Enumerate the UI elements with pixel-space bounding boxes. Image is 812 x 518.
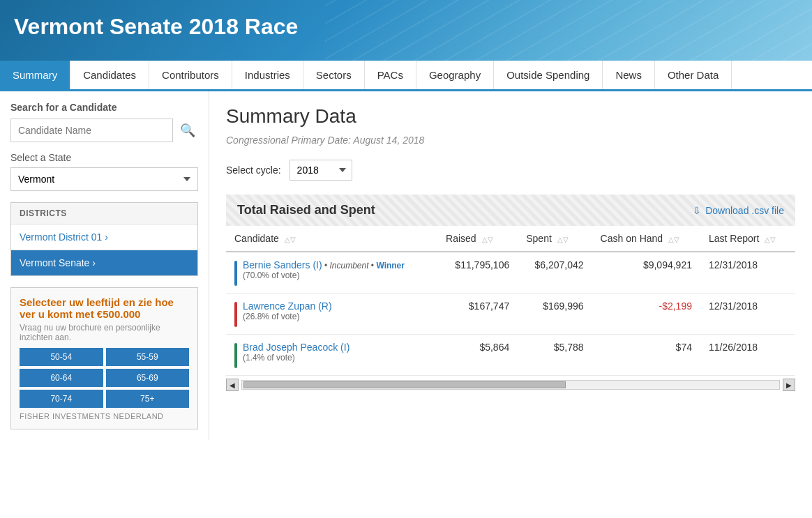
table-row: Bernie Sanders (I) • Incumbent • Winner(… [226,252,795,294]
candidate-cell-1: Lawrence Zupan (R)(26.8% of vote) [226,294,437,335]
horizontal-scrollbar[interactable]: ◀ ▶ [226,376,795,394]
raised-cell-2: $5,864 [437,335,518,376]
nav-outside-spending[interactable]: Outside Spending [494,61,603,89]
ad-footer: Fisher Investments Nederland [20,412,189,420]
download-label: Download .csv file [705,205,784,216]
nav-pacs[interactable]: PACs [365,61,416,89]
cash-cell-1: -$2,199 [592,294,700,335]
nav-other-data[interactable]: Other Data [655,61,732,89]
sort-candidate-icon: △▽ [285,236,296,243]
scroll-track[interactable] [241,380,780,390]
sort-raised-icon: △▽ [482,236,493,243]
last-report-cell-1: 12/31/2018 [700,294,795,335]
party-bar [234,343,237,368]
ad-subtitle: Vraag nu uw brochure en persoonlijke inz… [20,323,189,342]
nav-candidates[interactable]: Candidates [70,61,149,89]
table-header: Candidate △▽ Raised △▽ Spent △▽ Cash o [226,226,795,252]
candidate-badges-0: • Incumbent • Winner [322,261,405,271]
search-icon: 🔍 [180,123,195,137]
col-candidate[interactable]: Candidate △▽ [226,226,437,252]
col-raised[interactable]: Raised △▽ [437,226,518,252]
state-label: Select a State [10,152,198,163]
download-csv-link[interactable]: ⇩ Download .csv file [693,205,784,216]
nav-sectors[interactable]: Sectors [303,61,365,89]
download-icon: ⇩ [693,205,701,216]
page-header: Vermont Senate 2018 Race [0,0,812,61]
party-bar [234,261,237,286]
vote-pct-2: (1.4% of vote) [243,353,349,363]
col-spent[interactable]: Spent △▽ [518,226,592,252]
col-last-report[interactable]: Last Report △▽ [700,226,795,252]
table-header-row: Total Raised and Spent ⇩ Download .csv f… [226,195,795,226]
cycle-select[interactable]: 2018 [290,160,352,181]
nav-news[interactable]: News [603,61,655,89]
sort-spent-icon: △▽ [557,236,569,243]
last-report-cell-0: 12/31/2018 [700,252,795,294]
vote-pct-1: (26.8% of vote) [243,312,332,321]
last-report-cell-2: 11/26/2018 [700,335,795,376]
nav-contributors[interactable]: Contributors [149,61,232,89]
candidate-link-0[interactable]: Bernie Sanders (I) [243,259,322,271]
state-select[interactable]: Vermont [10,167,198,191]
primary-date: Congressional Primary Date: August 14, 2… [226,135,795,146]
cash-cell-0: $9,094,921 [592,252,700,294]
districts-header: DISTRICTS [11,203,197,224]
col-cash[interactable]: Cash on Hand △▽ [592,226,700,252]
search-input[interactable] [10,119,173,142]
nav-summary[interactable]: Summary [0,61,70,89]
sort-last-report-icon: △▽ [765,236,776,243]
candidate-cell-0: Bernie Sanders (I) • Incumbent • Winner(… [226,252,437,294]
scroll-left-arrow[interactable]: ◀ [226,379,239,391]
spent-cell-1: $169,996 [518,294,592,335]
raised-cell-0: $11,795,106 [437,252,518,294]
winner-badge: Winner [376,261,405,271]
ad-btn-75plus[interactable]: 75+ [106,390,190,408]
cash-cell-2: $74 [592,335,700,376]
candidate-cell-2: Brad Joseph Peacock (I)(1.4% of vote) [226,335,437,376]
district-item-senate[interactable]: Vermont Senate › [11,250,197,275]
cycle-row: Select cycle: 2018 [226,160,795,181]
raised-cell-1: $167,747 [437,294,518,335]
sort-cash-icon: △▽ [668,236,679,243]
search-button[interactable]: 🔍 [177,120,198,141]
spent-cell-0: $6,207,042 [518,252,592,294]
district-item-01[interactable]: Vermont District 01 › [11,224,197,250]
spent-cell-2: $5,788 [518,335,592,376]
ad-buttons-grid: 50-54 55-59 60-64 65-69 70-74 75+ [20,348,189,408]
ad-btn-55-59[interactable]: 55-59 [106,348,190,366]
ad-btn-65-69[interactable]: 65-69 [106,369,190,387]
nav-industries[interactable]: Industries [232,61,303,89]
advertisement: Selecteer uw leeftijd en zie hoe ver u k… [10,287,198,429]
scroll-thumb[interactable] [243,381,566,388]
candidate-link-2[interactable]: Brad Joseph Peacock (I) [243,342,349,353]
ad-title: Selecteer uw leeftijd en zie hoe ver u k… [20,296,189,320]
candidate-link-1[interactable]: Lawrence Zupan (R) [243,300,332,312]
main-nav: Summary Candidates Contributors Industri… [0,61,812,91]
sidebar: Search for a Candidate 🔍 Select a State … [0,91,209,440]
districts-section: DISTRICTS Vermont District 01 › Vermont … [10,202,198,276]
party-bar [234,302,237,327]
summary-table: Candidate △▽ Raised △▽ Spent △▽ Cash o [226,226,795,376]
content-title: Summary Data [226,105,795,128]
nav-geography[interactable]: Geography [416,61,494,89]
ad-btn-60-64[interactable]: 60-64 [20,369,103,387]
table-section-title: Total Raised and Spent [237,203,375,218]
table-row: Brad Joseph Peacock (I)(1.4% of vote)$5,… [226,335,795,376]
table-row: Lawrence Zupan (R)(26.8% of vote)$167,74… [226,294,795,335]
ad-btn-50-54[interactable]: 50-54 [20,348,103,366]
search-heading: Search for a Candidate [10,102,198,113]
page-title: Vermont Senate 2018 Race [14,14,798,40]
scroll-right-arrow[interactable]: ▶ [783,379,795,391]
main-layout: Search for a Candidate 🔍 Select a State … [0,91,812,440]
table-container: Total Raised and Spent ⇩ Download .csv f… [226,195,795,394]
main-content: Summary Data Congressional Primary Date:… [209,91,812,440]
vote-pct-0: (70.0% of vote) [243,271,405,280]
ad-btn-70-74[interactable]: 70-74 [20,390,103,408]
search-row: 🔍 [10,119,198,142]
cycle-label: Select cycle: [226,165,281,176]
